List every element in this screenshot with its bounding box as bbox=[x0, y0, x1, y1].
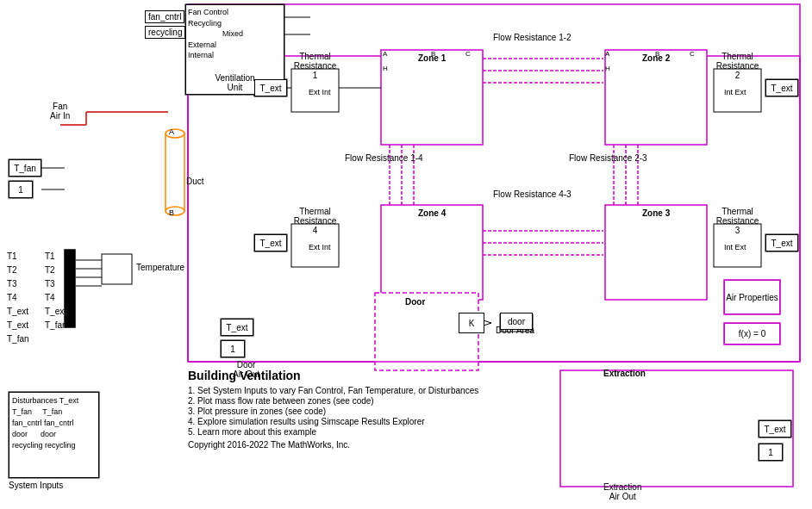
temperature-label: Temperature bbox=[136, 263, 184, 272]
t-ext-label2: T_ext bbox=[7, 319, 29, 332]
const-1-block: 1 bbox=[9, 181, 33, 198]
fan-air-in-label: FanAir In bbox=[50, 102, 70, 121]
t3-out: T3 bbox=[45, 277, 67, 291]
recycling-input: recycling bbox=[145, 26, 185, 39]
tr4-label: ThermalResistance 4 bbox=[291, 207, 339, 235]
desc-item-2: 2. Plot mass flow rate between zones (se… bbox=[188, 396, 550, 406]
duct-b-label: B bbox=[169, 208, 174, 217]
svg-rect-6 bbox=[381, 205, 483, 300]
t-ext-tr1: T_ext bbox=[254, 79, 287, 96]
fx-block: f(x) = 0 bbox=[724, 323, 780, 345]
svg-rect-5 bbox=[605, 50, 707, 145]
fan-cntrl-input: fan_cntrl bbox=[145, 10, 184, 23]
t4-out: T4 bbox=[45, 291, 67, 305]
zone4-label: Zone 4 bbox=[418, 208, 446, 218]
fr23-label: Flow Resistance 2-3 bbox=[569, 153, 647, 163]
air-properties-block: Air Properties bbox=[724, 280, 780, 314]
extraction-air-out-label: ExtractionAir Out bbox=[603, 482, 641, 501]
zone3-label: Zone 3 bbox=[642, 208, 670, 218]
t2-label: T2 bbox=[7, 264, 29, 277]
t3-label: T3 bbox=[7, 277, 29, 291]
ext-int-tr1: Ext Int bbox=[309, 88, 331, 96]
fr12-label: Flow Resistance 1-2 bbox=[493, 33, 572, 42]
si-recycling: recycling recycling bbox=[12, 440, 96, 451]
z1-port-b: B bbox=[431, 50, 435, 58]
signal-labels: T1 T2 T3 T4 T_ext T_ext T_fan bbox=[7, 250, 29, 346]
recycling-label: Recycling bbox=[188, 18, 243, 29]
desc-item-4: 4. Explore simulation results using Sims… bbox=[188, 417, 550, 426]
t1-out: T1 bbox=[45, 250, 67, 264]
duct-label: Duct bbox=[186, 177, 204, 186]
t-fan-label: T_fan bbox=[7, 332, 29, 346]
t-ext-label: T_ext bbox=[7, 305, 29, 319]
si-door: door door bbox=[12, 429, 96, 440]
svg-rect-32 bbox=[166, 133, 184, 211]
system-inputs-block: Disturbances T_ext T_fan T_fan fan_cntrl… bbox=[9, 392, 99, 478]
t-ext-out: T_ext bbox=[45, 305, 67, 319]
extraction-label: Extraction bbox=[603, 369, 646, 378]
t4-label: T4 bbox=[7, 291, 29, 305]
z1-port-c: C bbox=[465, 50, 471, 58]
z2-port-a: A bbox=[605, 50, 609, 58]
t-ext-tr3: T_ext bbox=[765, 234, 798, 251]
desc-item-5: 5. Learn more about this example bbox=[188, 427, 550, 437]
k-gain-block: K bbox=[459, 313, 484, 333]
system-inputs-label: System Inputs bbox=[9, 481, 63, 490]
desc-item-3: 3. Plot pressure in zones (see code) bbox=[188, 407, 550, 416]
si-t-fan: T_fan T_fan bbox=[12, 407, 96, 418]
si-fan-cntrl: fan_cntrl fan_cntrl bbox=[12, 418, 96, 429]
t-fan-out: T_fan bbox=[45, 319, 67, 332]
mixed-label: Mixed bbox=[222, 28, 243, 40]
tr2-label: ThermalResistance 2 bbox=[714, 52, 761, 80]
svg-rect-7 bbox=[605, 205, 707, 300]
t-fan-block: T_fan bbox=[9, 159, 41, 177]
t-ext-tr2: T_ext bbox=[765, 79, 798, 96]
copyright-text: Copyright 2016-2022 The MathWorks, Inc. bbox=[188, 440, 550, 450]
t1-label: T1 bbox=[7, 250, 29, 264]
t-ext-door: T_ext bbox=[221, 319, 253, 336]
t-ext-tr4: T_ext bbox=[254, 234, 287, 251]
z2-port-h: H bbox=[605, 65, 610, 72]
tr1-label: ThermalResistance 1 bbox=[291, 52, 339, 80]
building-ventilation-title: Building Ventilation bbox=[188, 369, 550, 382]
int-ext-tr2: Int Ext bbox=[724, 88, 746, 96]
z2-port-b: B bbox=[655, 50, 659, 58]
door-label: Door bbox=[405, 297, 425, 307]
door-value-block: door bbox=[500, 313, 533, 330]
external-label: External bbox=[188, 40, 243, 51]
t2-out: T2 bbox=[45, 264, 67, 277]
int-ext-tr3: Int Ext bbox=[724, 243, 746, 251]
fr14-label: Flow Resistance 1-4 bbox=[345, 153, 423, 163]
fan-control-label: Fan Control bbox=[188, 7, 243, 18]
svg-rect-42 bbox=[102, 254, 132, 284]
ventilation-unit-label: VentilationUnit bbox=[215, 73, 254, 92]
z1-port-h: H bbox=[383, 65, 388, 72]
si-disturbances: Disturbances T_ext bbox=[12, 395, 96, 407]
z1-port-a: A bbox=[383, 50, 387, 58]
fr43-label: Flow Resistance 4-3 bbox=[493, 189, 572, 199]
duct-a-label: A bbox=[169, 127, 174, 136]
const-extraction: 1 bbox=[759, 444, 783, 461]
tr3-label: ThermalResistance 3 bbox=[714, 207, 761, 235]
t-ext-extraction: T_ext bbox=[759, 420, 791, 438]
signal-labels-right: T1 T2 T3 T4 T_ext T_fan bbox=[45, 250, 67, 332]
z2-port-c: C bbox=[690, 50, 695, 58]
description-section: Building Ventilation 1. Set System Input… bbox=[188, 369, 550, 450]
const-door: 1 bbox=[221, 340, 245, 357]
svg-rect-4 bbox=[381, 50, 483, 145]
internal-label: Internal bbox=[188, 50, 243, 61]
main-canvas: Fan Control Recycling Mixed External Int… bbox=[0, 0, 812, 509]
ext-int-tr4: Ext Int bbox=[309, 243, 331, 251]
desc-item-1: 1. Set System Inputs to vary Fan Control… bbox=[188, 386, 550, 395]
